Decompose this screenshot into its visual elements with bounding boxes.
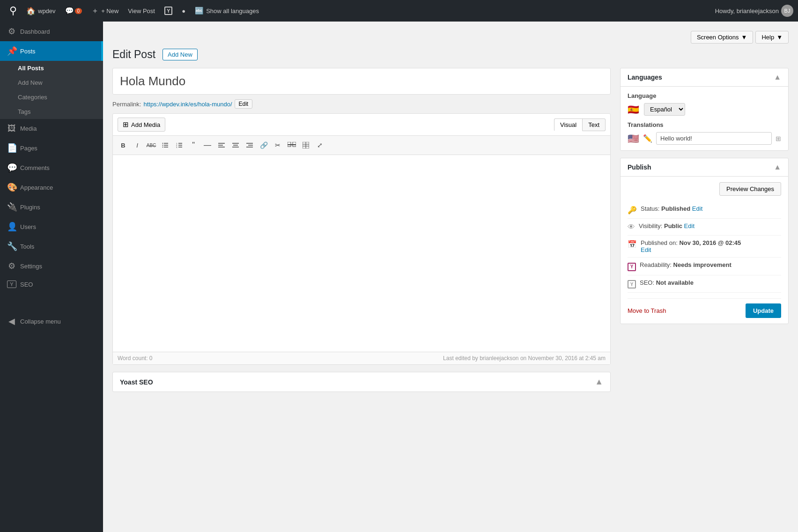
readability-label: Readability: bbox=[640, 261, 672, 268]
svg-point-3 bbox=[163, 143, 163, 144]
sidebar-item-collapse-label: Collapse menu bbox=[20, 318, 61, 325]
italic-button[interactable]: I bbox=[131, 139, 144, 152]
table-button[interactable] bbox=[299, 139, 312, 152]
permalink-link[interactable]: https://wpdev.ink/es/hola-mundo/ bbox=[143, 101, 232, 108]
svg-rect-21 bbox=[288, 144, 296, 145]
publish-toggle-icon: ▲ bbox=[774, 163, 781, 171]
yoast-seo-panel-header[interactable]: Yoast SEO ▲ bbox=[113, 372, 610, 392]
sidebar-item-users[interactable]: 👤 Users bbox=[0, 217, 103, 236]
add-media-button[interactable]: ⊞ Add Media bbox=[118, 118, 165, 132]
word-count-bar: Word count: 0 Last edited by brianleejac… bbox=[113, 352, 610, 364]
sidebar-item-tags[interactable]: Tags bbox=[0, 104, 103, 119]
sidebar-item-comments[interactable]: 💬 Comments bbox=[0, 158, 103, 177]
view-post-item[interactable]: View Post bbox=[123, 0, 160, 22]
fullscreen-button[interactable]: ⤢ bbox=[313, 139, 326, 152]
svg-point-4 bbox=[163, 145, 163, 146]
help-button[interactable]: Help ▼ bbox=[755, 31, 789, 44]
yoast-toggle-icon: ▲ bbox=[595, 377, 603, 387]
sidebar-item-seo[interactable]: Y SEO bbox=[0, 276, 103, 293]
sidebar-item-plugins[interactable]: 🔌 Plugins bbox=[0, 197, 103, 217]
permalink-row: Permalink: https://wpdev.ink/es/hola-mun… bbox=[112, 99, 611, 109]
show-all-languages-item[interactable]: 🔤 Show all languages bbox=[190, 0, 264, 22]
readmore-button[interactable] bbox=[285, 139, 298, 152]
help-chevron: ▼ bbox=[776, 34, 783, 41]
new-icon: ＋ bbox=[91, 6, 99, 16]
wp-logo-icon: ⚲ bbox=[9, 5, 17, 17]
align-left-button[interactable] bbox=[215, 139, 228, 152]
appearance-icon: 🎨 bbox=[7, 182, 16, 192]
site-name-item[interactable]: 🏠 wpdev bbox=[22, 0, 60, 22]
publish-panel-header[interactable]: Publish ▲ bbox=[621, 158, 788, 177]
sidebar-item-settings[interactable]: ⚙ Settings bbox=[0, 256, 103, 276]
sidebar-item-tools[interactable]: 🔧 Tools bbox=[0, 236, 103, 256]
move-to-trash-link[interactable]: Move to Trash bbox=[628, 307, 666, 314]
comment-icon: 💬 bbox=[65, 7, 74, 15]
new-item[interactable]: ＋ + New bbox=[87, 0, 123, 22]
language-select[interactable]: Español English Français bbox=[644, 103, 685, 116]
seo-pub-value: Not available bbox=[656, 279, 694, 286]
hr-button[interactable]: — bbox=[201, 139, 214, 152]
unlink-button[interactable]: ✂ bbox=[271, 139, 284, 152]
publish-actions: Move to Trash Update bbox=[628, 298, 781, 318]
ul-button[interactable] bbox=[159, 139, 172, 152]
new-label: + New bbox=[101, 7, 118, 15]
bold-button[interactable]: B bbox=[117, 139, 130, 152]
status-edit-link[interactable]: Edit bbox=[692, 205, 702, 212]
editor-area[interactable] bbox=[113, 155, 610, 352]
strikethrough-button[interactable]: ABC bbox=[145, 139, 158, 152]
circle-item[interactable]: ● bbox=[177, 0, 190, 22]
sidebar-item-posts[interactable]: 📌 Posts bbox=[0, 41, 103, 61]
yoast-item[interactable]: Y bbox=[160, 0, 177, 22]
view-post-label: View Post bbox=[128, 7, 155, 15]
seo-icon: Y bbox=[7, 281, 16, 288]
sidebar-item-add-new-label: Add New bbox=[18, 79, 43, 86]
sidebar-item-media[interactable]: 🖼 Media bbox=[0, 119, 103, 138]
tab-text[interactable]: Text bbox=[583, 118, 606, 131]
visibility-edit-link[interactable]: Edit bbox=[684, 222, 695, 229]
copy-translation-icon[interactable]: ⊞ bbox=[776, 135, 781, 142]
seo-pub-label: SEO: bbox=[640, 279, 654, 286]
status-label: Status: bbox=[641, 205, 659, 212]
translation-input[interactable] bbox=[656, 132, 772, 145]
media-icon: 🖼 bbox=[7, 124, 16, 133]
languages-panel-title: Languages bbox=[628, 74, 662, 81]
sidebar-item-pages[interactable]: 📄 Pages bbox=[0, 138, 103, 158]
tab-visual[interactable]: Visual bbox=[554, 118, 583, 131]
screen-options-button[interactable]: Screen Options ▼ bbox=[691, 31, 753, 44]
comments-item[interactable]: 💬 0 bbox=[60, 0, 87, 22]
screen-options-bar: Screen Options ▼ Help ▼ bbox=[112, 31, 789, 44]
sidebar-item-add-new[interactable]: Add New bbox=[0, 75, 103, 90]
published-on-label: Published on: bbox=[641, 239, 678, 246]
last-edited-label: Last edited by brianleejackson on Novemb… bbox=[443, 355, 606, 362]
publish-status-row: 🔑 Status: Published Edit bbox=[628, 201, 781, 219]
post-title-input[interactable] bbox=[112, 68, 611, 95]
add-new-button[interactable]: Add New bbox=[163, 49, 198, 60]
sidebar-item-categories[interactable]: Categories bbox=[0, 90, 103, 104]
sidebar-item-plugins-label: Plugins bbox=[20, 204, 40, 211]
ol-button[interactable]: 1.2.3. bbox=[173, 139, 186, 152]
yoast-icon: Y bbox=[164, 7, 172, 15]
preview-changes-button[interactable]: Preview Changes bbox=[719, 182, 781, 196]
published-edit-link[interactable]: Edit bbox=[641, 246, 651, 253]
publish-seo-text: SEO: Not available bbox=[640, 279, 781, 286]
sidebar-item-posts-label: Posts bbox=[20, 48, 36, 55]
align-center-button[interactable] bbox=[229, 139, 242, 152]
permalink-edit-button[interactable]: Edit bbox=[235, 99, 253, 109]
link-button[interactable]: 🔗 bbox=[257, 139, 270, 152]
languages-panel-body: Language 🇪🇸 Español English Français bbox=[621, 87, 788, 150]
wp-logo-item[interactable]: ⚲ bbox=[5, 0, 22, 22]
edit-translation-icon[interactable]: ✏️ bbox=[643, 134, 652, 143]
languages-panel-header[interactable]: Languages ▲ bbox=[621, 68, 788, 87]
permalink-label: Permalink: bbox=[112, 101, 141, 108]
align-right-button[interactable] bbox=[243, 139, 256, 152]
sidebar-item-all-posts[interactable]: All Posts bbox=[0, 61, 103, 75]
sidebar-item-dashboard[interactable]: ⚙ Dashboard bbox=[0, 22, 103, 41]
date-icon: 📅 bbox=[628, 240, 637, 249]
sidebar-item-collapse[interactable]: ◀ Collapse menu bbox=[0, 311, 103, 331]
avatar[interactable]: BJ bbox=[781, 5, 793, 17]
status-value: Published bbox=[661, 205, 690, 212]
update-button[interactable]: Update bbox=[746, 303, 781, 318]
sidebar-item-appearance[interactable]: 🎨 Appearance bbox=[0, 177, 103, 197]
language-section-label: Language bbox=[628, 92, 781, 99]
blockquote-button[interactable]: " bbox=[187, 139, 200, 152]
